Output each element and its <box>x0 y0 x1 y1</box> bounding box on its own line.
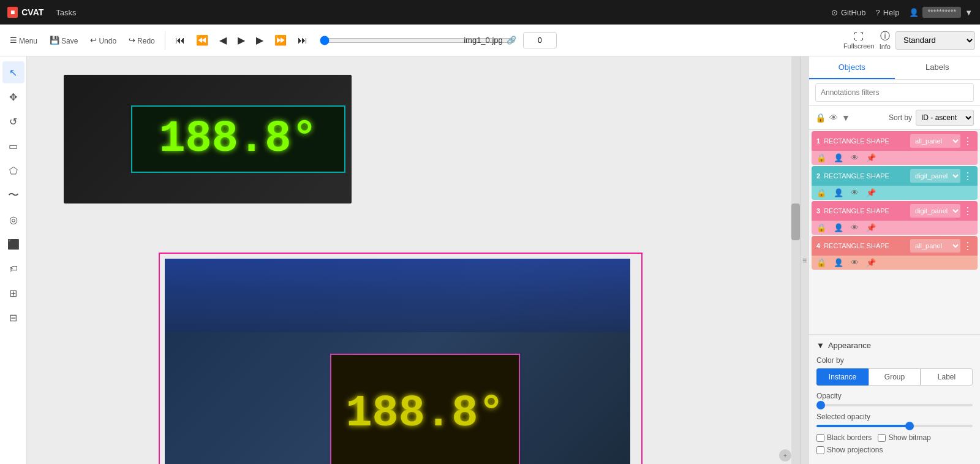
tool-cursor[interactable]: ↖ <box>2 61 24 83</box>
lock-action-4[interactable]: 🔒 <box>816 258 826 267</box>
menu-icon: ☰ <box>10 36 17 45</box>
tool-rectangle[interactable]: ▭ <box>2 135 24 157</box>
tool-track[interactable]: ⊟ <box>2 306 24 329</box>
user-icon: 👤 <box>909 8 919 17</box>
tool-rotate[interactable]: ↺ <box>2 110 24 132</box>
appearance-section: ▼ Appearance Color by Instance Group Lab… <box>809 334 980 464</box>
color-by-instance[interactable]: Instance <box>816 368 869 386</box>
undo-button[interactable]: ↩ Undo <box>85 33 121 48</box>
forward-one-button[interactable]: ▶ <box>251 32 268 48</box>
cursor-icon: ↖ <box>9 67 17 78</box>
menu-button[interactable]: ☰ Menu <box>5 33 42 48</box>
username: ********** <box>922 7 961 18</box>
opacity-slider[interactable] <box>816 404 973 406</box>
object-label-select-4[interactable]: all_panel digit_panel <box>910 239 960 253</box>
pin-action-3[interactable]: 📌 <box>866 223 876 232</box>
tool-tag[interactable]: 🏷 <box>2 257 24 280</box>
go-last-button[interactable]: ⏭ <box>293 32 312 48</box>
github-link[interactable]: ⊙ GitHub <box>831 8 865 17</box>
eye-action-4[interactable]: 👁 <box>851 258 859 267</box>
group-icon: ⊞ <box>9 287 17 299</box>
object-menu-1[interactable]: ⋮ <box>963 135 973 147</box>
info-button[interactable]: ⓘ Info <box>880 30 891 50</box>
show-bitmap-checkbox-label[interactable]: Show bitmap <box>878 433 930 442</box>
fullscreen-button[interactable]: ⛶ Fullscreen <box>843 31 875 50</box>
tool-group[interactable]: ⊞ <box>2 282 24 304</box>
eye-action-1[interactable]: 👁 <box>851 153 859 162</box>
logo-text: CVAT <box>21 7 43 17</box>
logo-area: ■ CVAT <box>7 7 43 18</box>
redo-button[interactable]: ↪ Redo <box>124 33 160 48</box>
pin-action-1[interactable]: 📌 <box>866 153 876 162</box>
tool-polyline[interactable]: 〜 <box>2 184 24 206</box>
go-first-button[interactable]: ⏮ <box>170 32 190 48</box>
object-label-select-3[interactable]: digit_panel all_panel <box>910 204 960 218</box>
user-action-4[interactable]: 👤 <box>834 258 843 267</box>
tab-objects[interactable]: Objects <box>809 56 895 79</box>
zoom-control[interactable]: + <box>779 449 791 462</box>
user-action-1[interactable]: 👤 <box>834 153 843 162</box>
lock-icon[interactable]: 🔒 <box>815 113 826 123</box>
pin-action-4[interactable]: 📌 <box>866 258 876 267</box>
panel-collapse-button[interactable]: ≡ <box>800 56 809 464</box>
lock-action-1[interactable]: 🔒 <box>816 153 826 162</box>
color-by-label[interactable]: Label <box>921 368 973 386</box>
eye-action-2[interactable]: 👁 <box>851 188 859 197</box>
tool-polygon[interactable]: ⬠ <box>2 159 24 181</box>
appearance-header[interactable]: ▼ Appearance <box>816 341 973 350</box>
color-by-label: Color by <box>816 356 973 365</box>
object-type-3: RECTANGLE SHAPE <box>824 207 910 215</box>
object-label-select-2[interactable]: digit_panel all_panel <box>910 169 960 183</box>
pin-action-2[interactable]: 📌 <box>866 188 876 197</box>
settings-icon[interactable]: ▼ <box>842 113 850 123</box>
object-label-select-1[interactable]: all_panel digit_panel <box>910 134 960 148</box>
black-borders-checkbox-label[interactable]: Black borders <box>816 433 872 442</box>
show-projections-checkbox-label[interactable]: Show projections <box>816 446 883 454</box>
save-button[interactable]: 💾 Save <box>45 33 83 48</box>
user-menu[interactable]: 👤 ********** ▼ <box>909 7 973 18</box>
back-one-button[interactable]: ◀ <box>214 32 232 48</box>
play-button[interactable]: ▶ <box>233 32 250 48</box>
tab-labels[interactable]: Labels <box>895 56 981 79</box>
show-projections-checkbox[interactable] <box>816 446 824 454</box>
user-action-2[interactable]: 👤 <box>834 188 843 197</box>
rotate-icon: ↺ <box>9 116 17 127</box>
tool-move[interactable]: ✥ <box>2 86 24 108</box>
help-link[interactable]: ? Help <box>875 8 899 17</box>
lock-action-2[interactable]: 🔒 <box>816 188 826 197</box>
opacity-slider-container <box>816 404 973 406</box>
back-many-button[interactable]: ⏪ <box>191 32 213 48</box>
scrollbar-thumb[interactable] <box>791 203 800 240</box>
filters-input[interactable] <box>815 83 974 102</box>
left-sidebar: ↖ ✥ ↺ ▭ ⬠ 〜 ◎ ⬛ 🏷 ⊞ ⊟ <box>0 56 27 464</box>
color-by-group[interactable]: Group <box>869 368 921 386</box>
sort-select[interactable]: ID - ascent ID - descent Label Group <box>916 110 974 126</box>
object-item-3: 3 RECTANGLE SHAPE digit_panel all_panel … <box>812 201 978 235</box>
forward-many-button[interactable]: ⏩ <box>270 32 292 48</box>
filename: img1_0.jpg <box>464 36 503 45</box>
tool-cuboid[interactable]: ⬛ <box>2 233 24 255</box>
show-projections-label: Show projections <box>827 446 883 454</box>
undo-icon: ↩ <box>90 36 97 45</box>
selected-opacity-slider-container <box>816 425 973 427</box>
lock-action-3[interactable]: 🔒 <box>816 223 826 232</box>
object-menu-2[interactable]: ⋮ <box>963 170 973 182</box>
selected-opacity-slider[interactable] <box>816 425 973 427</box>
tasks-link[interactable]: Tasks <box>56 8 76 17</box>
eye-icon[interactable]: 👁 <box>829 113 838 123</box>
black-borders-checkbox[interactable] <box>816 434 824 442</box>
user-action-3[interactable]: 👤 <box>834 223 843 232</box>
canvas-scrollbar[interactable] <box>791 56 800 464</box>
show-bitmap-checkbox[interactable] <box>878 434 886 442</box>
redo-label: Redo <box>137 37 155 45</box>
help-icon: ? <box>875 8 880 17</box>
nav-right: ⊙ GitHub ? Help 👤 ********** ▼ <box>831 7 973 18</box>
eye-action-3[interactable]: 👁 <box>851 223 859 232</box>
canvas-area[interactable]: 188.8° 188.8° + <box>27 56 800 464</box>
object-menu-3[interactable]: ⋮ <box>963 205 973 217</box>
frame-input[interactable]: 0 <box>523 32 557 48</box>
mode-select[interactable]: Standard Advanced <box>895 31 975 50</box>
logo-icon: ■ <box>7 7 18 18</box>
tool-point[interactable]: ◎ <box>2 208 24 230</box>
object-menu-4[interactable]: ⋮ <box>963 240 973 252</box>
